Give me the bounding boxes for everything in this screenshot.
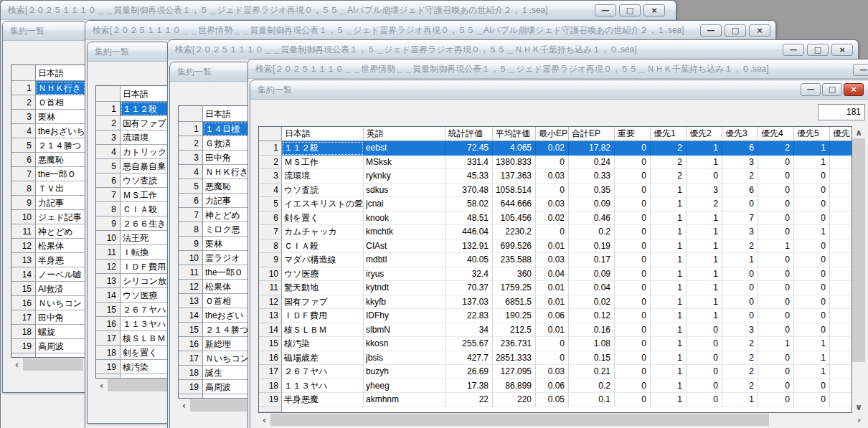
list-item[interactable]: 16 新総理	[179, 337, 250, 351]
scroll-up-button[interactable]: ∧	[852, 126, 865, 138]
list-item[interactable]: 10 法王死	[96, 231, 170, 245]
scrollbar-thumb[interactable]	[108, 379, 167, 391]
column-header[interactable]	[259, 127, 282, 141]
japanese-column-header[interactable]: 日本語	[36, 65, 85, 81]
column-header[interactable]: 優先2	[687, 127, 722, 141]
list-item[interactable]: 10 霊ラジオ	[179, 251, 250, 265]
table-row[interactable]: 6 剣を置く knook 48.51 105.456 0.02 0.46 0 1…	[259, 211, 852, 226]
list-item[interactable]: 12 松果体	[11, 239, 85, 253]
list-item[interactable]: 14 ノーベル嘘	[11, 267, 85, 282]
list-item[interactable]: 19 核汚染	[96, 360, 170, 374]
list-item[interactable]: 1 ＮＨＫ行き	[11, 81, 85, 95]
list-item[interactable]: 14 ウソ医療	[96, 288, 170, 303]
list-item[interactable]: 17 田中角	[11, 310, 85, 325]
list-item[interactable]: 11 Ｉ転換	[96, 245, 170, 260]
list-item[interactable]: 13 シリコン放射	[96, 274, 170, 288]
vertical-scrollbar[interactable]: ∧ ∨	[852, 126, 865, 413]
horizontal-scrollbar[interactable]: ‹	[178, 399, 248, 412]
table-row[interactable]: 19 半身悪魔 akmhnm 22 220 0.05 0.1 0 1 0 1 0	[259, 393, 852, 407]
list-item[interactable]: 1 １１２殺	[96, 102, 170, 116]
table-row[interactable]: 17 ２６７ヤハ buzyh 26.69 127.095 0.03 0.21 0…	[259, 365, 852, 379]
list-item[interactable]: 18 螺旋	[11, 325, 85, 339]
scroll-right-button[interactable]: ›	[853, 414, 865, 426]
record-count-field[interactable]: 181	[818, 104, 865, 120]
list-item[interactable]: 13 半身悪	[11, 253, 85, 267]
scrollbar-thumb[interactable]	[270, 414, 769, 426]
scroll-down-button[interactable]: ∨	[852, 401, 865, 413]
list-item[interactable]: 8 ＴＶ出	[11, 181, 85, 196]
maximize-button[interactable]: □	[725, 24, 746, 37]
list-item[interactable]: 7 the一郎Ｏ	[11, 167, 85, 181]
list-item[interactable]: 16 Ｎいちコン	[11, 296, 85, 310]
list-item[interactable]: 14 theおざい	[179, 308, 250, 323]
list-item[interactable]: 3 流環境	[96, 130, 170, 145]
column-header[interactable]: 最小EP	[536, 127, 569, 141]
list-item[interactable]: 15 ２１４勝つ	[179, 323, 250, 337]
list-item[interactable]: 13 Ｏ首相	[179, 294, 250, 308]
list-item[interactable]: 6 ウソ査読	[96, 173, 170, 188]
titlebar[interactable]: 検索[２０２５１１１０＿＿世界情勢＿＿質量制御再現公表１，５＿ジェド霊界ラジオ再…	[248, 60, 868, 79]
list-item[interactable]: 16 １１３ヤハ	[96, 317, 170, 331]
table-row[interactable]: 15 核汚染 kkosn 255.67 236.731 0 1.08 0 1 0…	[259, 337, 852, 351]
table-row[interactable]: 5 イエスキリストの愛 jcnai 58.02 644.666 0.03 0.0…	[259, 197, 852, 211]
table-row[interactable]: 14 核ＳＬＢＭ slbmN 34 212.5 0.01 0.16 0 1 0 …	[259, 323, 852, 338]
minimize-button[interactable]: —	[700, 24, 722, 37]
table-row[interactable]: 18 １１３ヤハ yheeg 17.38 86.899 0.06 0.2 0 1…	[259, 379, 852, 394]
list-item[interactable]: 18 剣を置く	[96, 346, 170, 360]
list-item[interactable]: 8 ＣＩＡ殺	[96, 202, 170, 217]
horizontal-scrollbar[interactable]: ‹ ›	[258, 414, 865, 426]
row-number-header[interactable]	[179, 106, 203, 122]
row-number-header[interactable]	[11, 65, 36, 81]
list-item[interactable]: 3 栗林	[11, 110, 85, 124]
list-item[interactable]: 17 核ＳＬＢＭ	[96, 331, 170, 346]
scrollbar-thumb[interactable]	[23, 358, 83, 371]
list-item[interactable]: 9 力記事	[11, 196, 85, 210]
list-item[interactable]: 11 神とどめ	[11, 224, 85, 239]
table-row[interactable]: 8 ＣＩＡ殺 CIAst 132.91 699.526 0.01 0.19 0 …	[259, 239, 852, 254]
list-item[interactable]: 5 ２１４勝つ	[11, 138, 85, 153]
list-item[interactable]: 1 １４目標	[179, 122, 250, 136]
list-item[interactable]: 17 Ｎいちコン	[179, 351, 250, 366]
horizontal-scrollbar[interactable]: ‹	[11, 358, 85, 371]
list-item[interactable]: 5 悪自暴自棄	[96, 159, 170, 173]
list-item[interactable]: 6 力記事	[179, 194, 250, 208]
column-header[interactable]: 優先4	[758, 127, 794, 141]
table-row[interactable]: 1 １１２殺 eebst 72.45 4.065 0.02 17.82 0 2 …	[259, 141, 852, 156]
maximize-button[interactable]: □	[619, 4, 641, 16]
list-item[interactable]: 15 ２６７ヤハ	[96, 303, 170, 317]
titlebar[interactable]: 検索[２０２５１１１０＿＿質量制御再現公表１，５＿ジェド霊界ラジオ再現０，５５＿…	[1, 1, 676, 20]
column-header[interactable]: 優先5	[794, 127, 830, 141]
japanese-column-header[interactable]: 日本語	[203, 106, 250, 122]
maximize-button[interactable]: □	[822, 83, 842, 96]
scroll-left-button[interactable]: ‹	[11, 358, 23, 371]
list-item[interactable]: 4 ＮＨＫ行き	[179, 165, 250, 179]
titlebar[interactable]: 集約一覧	[3, 22, 86, 41]
column-header[interactable]: 重要	[615, 127, 651, 141]
list-item[interactable]: 19 高周波	[179, 380, 250, 394]
close-button[interactable]: ×	[831, 44, 853, 56]
minimize-button[interactable]: —	[853, 64, 868, 76]
scroll-left-button[interactable]: ‹	[258, 414, 270, 426]
minimize-button[interactable]: —	[595, 4, 616, 16]
titlebar[interactable]: 集約一覧	[88, 42, 169, 62]
list-item[interactable]: 9 ２６６生き	[96, 217, 170, 231]
list-item[interactable]: 18 誕生	[179, 366, 250, 380]
list-item[interactable]: 12 ＩＤＦ費用	[96, 260, 170, 274]
column-header[interactable]: 平均評価	[493, 127, 536, 141]
list-item[interactable]: 19 高周波	[11, 339, 85, 353]
column-header[interactable]: 統計評価	[445, 127, 493, 141]
list-item[interactable]: 10 ジェド記事	[11, 210, 85, 224]
list-item[interactable]: 9 栗林	[179, 237, 250, 251]
titlebar[interactable]: 検索[２０２５１１１０＿＿世界情勢＿＿質量制御再現公表１，５＿ジェド霊界ラジオ再…	[85, 21, 775, 40]
titlebar[interactable]: 集約一覧	[170, 62, 249, 82]
list-item[interactable]: 6 悪魔恥	[11, 153, 85, 167]
table-row[interactable]: 7 カムチャッカ kmchtk 446.04 2230.2 0 0.2 0 1 …	[259, 225, 852, 239]
titlebar[interactable]: 検索[２０２５１１１０＿＿質量制御再現公表１，５＿ジェド霊界ラジオ再現０，５５＿…	[168, 40, 858, 60]
column-header[interactable]: 優先1	[651, 127, 687, 141]
list-item[interactable]: 5 悪魔恥	[179, 179, 250, 194]
minimize-button[interactable]: —	[783, 44, 804, 56]
table-row[interactable]: 16 磁場歳差 jbsis 427.7 2851.333 0 0.15 0 1 …	[259, 351, 852, 366]
table-row[interactable]: 3 流環境 ryknky 45.33 137.363 0.03 0.33 0 2…	[259, 169, 852, 184]
list-item[interactable]: 12 松果体	[179, 280, 250, 294]
close-button[interactable]: ×	[844, 83, 864, 96]
